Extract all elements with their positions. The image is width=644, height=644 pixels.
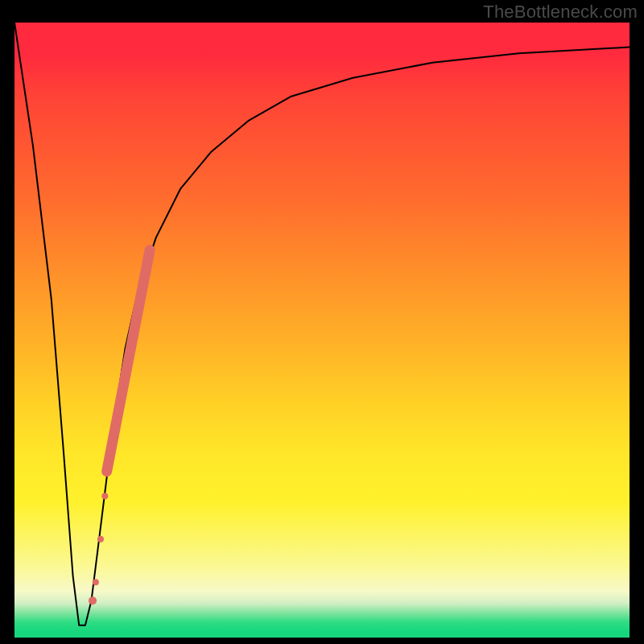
chart-frame: TheBottleneck.com bbox=[0, 0, 644, 644]
bottleneck-curve bbox=[14, 23, 630, 625]
attribution-text: TheBottleneck.com bbox=[483, 2, 638, 23]
highlight-segment-stroke bbox=[107, 250, 150, 472]
chart-svg bbox=[14, 23, 630, 638]
highlight-point bbox=[89, 597, 97, 605]
highlight-point bbox=[101, 493, 108, 499]
highlight-point bbox=[93, 579, 99, 585]
plot-area bbox=[14, 23, 630, 638]
highlight-point bbox=[97, 536, 104, 543]
